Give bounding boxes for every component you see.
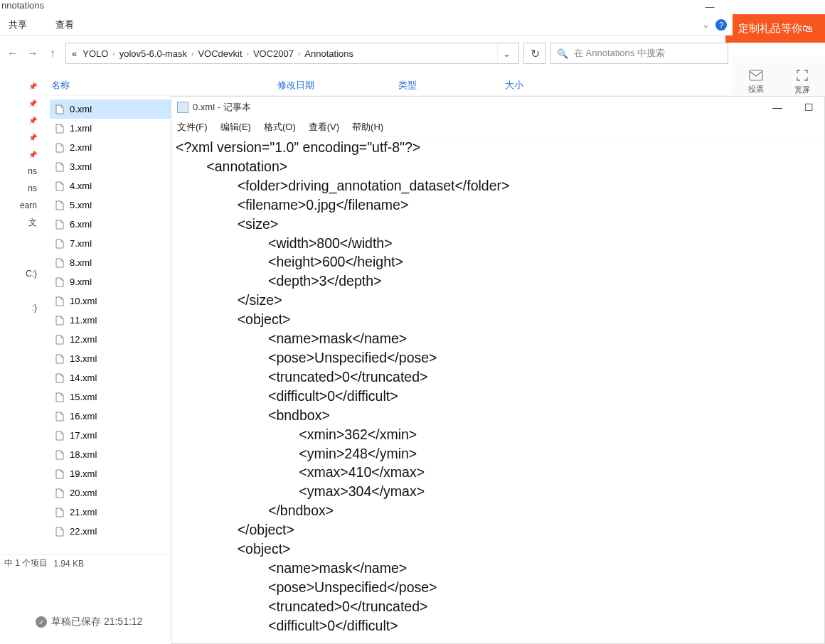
file-icon (54, 219, 65, 230)
help-icon[interactable]: ? (715, 19, 727, 31)
status-selection: 中 1 个项目 (4, 557, 48, 569)
column-type[interactable]: 类型 (398, 79, 505, 92)
quick-access-item[interactable]: C:) (0, 265, 41, 282)
quick-access-item[interactable]: ns (0, 163, 41, 180)
np-minimize-button[interactable]: — (762, 97, 793, 118)
file-list: 0.xml1.xml2.xml3.xml4.xml5.xml6.xml7.xml… (50, 100, 171, 541)
file-item[interactable]: 20.xml (50, 483, 171, 503)
file-item[interactable]: 12.xml (50, 330, 171, 349)
np-maximize-button[interactable]: ☐ (793, 97, 824, 118)
svg-rect-0 (750, 70, 762, 80)
file-item[interactable]: 15.xml (50, 387, 171, 407)
np-menu-view[interactable]: 查看(V) (309, 121, 339, 134)
np-menu-edit[interactable]: 编辑(E) (220, 121, 251, 134)
notepad-content[interactable]: <?xml version="1.0" encoding="utf-8"?> <… (171, 136, 824, 643)
file-icon (54, 315, 65, 326)
file-item[interactable]: 0.xml (50, 100, 171, 119)
pin-icon: 📌 (28, 134, 37, 141)
file-icon (54, 353, 65, 365)
file-item[interactable]: 14.xml (50, 368, 171, 387)
quick-access-item[interactable]: 📌 (0, 129, 41, 146)
search-icon: 🔍 (557, 48, 568, 59)
quick-access-item[interactable] (0, 231, 41, 248)
breadcrumb[interactable]: « YOLO› yolov5-6.0-mask› VOCdevkit› VOC2… (65, 43, 519, 64)
quick-access-sidebar: 📌📌📌📌📌nsnsearn文C:):) (0, 75, 41, 316)
chevron-down-icon[interactable]: ⌄ (702, 19, 710, 30)
draft-status: ✓ 草稿已保存 21:51:12 (36, 616, 142, 628)
notepad-icon (177, 102, 188, 113)
column-modified[interactable]: 修改日期 (277, 79, 398, 92)
file-item[interactable]: 18.xml (50, 445, 171, 464)
file-item[interactable]: 6.xml (50, 215, 171, 234)
breadcrumb-item[interactable]: yolov5-6.0-mask (117, 48, 190, 59)
search-input[interactable]: 🔍 在 Annotations 中搜索 (550, 43, 728, 64)
file-item[interactable]: 19.xml (50, 464, 171, 483)
np-menu-format[interactable]: 格式(O) (264, 121, 296, 134)
pin-icon: 📌 (28, 151, 37, 159)
file-icon (54, 238, 65, 249)
column-name[interactable]: 名称 (43, 79, 277, 92)
quick-access-item[interactable]: 📌 (0, 112, 41, 129)
quick-access-item[interactable]: 文 (0, 214, 41, 231)
ribbon-share[interactable]: 共享 (9, 18, 27, 31)
file-item[interactable]: 17.xml (50, 426, 171, 445)
refresh-button[interactable]: ↻ (523, 43, 546, 64)
status-size: 1.94 KB (53, 559, 84, 569)
file-icon (54, 161, 65, 173)
breadcrumb-item[interactable]: Annotations (302, 48, 356, 59)
file-icon (54, 200, 65, 211)
quick-access-item[interactable]: earn (0, 197, 41, 214)
quick-access-item[interactable] (0, 282, 41, 299)
np-menu-help[interactable]: 帮助(H) (352, 121, 383, 134)
breadcrumb-dropdown[interactable]: ⌄ (497, 43, 516, 63)
file-icon (54, 277, 65, 288)
file-icon (54, 123, 65, 134)
file-item[interactable]: 9.xml (50, 272, 171, 291)
notepad-title-bar[interactable]: 0.xml - 记事本 — ☐ (171, 97, 824, 118)
file-icon (54, 181, 65, 192)
np-menu-file[interactable]: 文件(F) (177, 121, 208, 134)
forward-button[interactable]: → (24, 45, 41, 62)
breadcrumb-item[interactable]: VOCdevkit (195, 48, 245, 59)
file-item[interactable]: 22.xml (50, 522, 171, 541)
file-icon (54, 468, 65, 480)
ribbon-view[interactable]: 查看 (55, 18, 74, 31)
file-icon (54, 507, 65, 518)
file-item[interactable]: 4.xml (50, 176, 171, 195)
file-item[interactable]: 16.xml (50, 407, 171, 426)
file-icon (54, 449, 65, 461)
file-item[interactable]: 1.xml (50, 119, 171, 138)
file-item[interactable]: 3.xml (50, 157, 171, 176)
file-icon (54, 334, 65, 345)
file-icon (54, 526, 65, 537)
file-item[interactable]: 11.xml (50, 311, 171, 330)
pin-icon: 📌 (28, 117, 37, 124)
quick-access-item[interactable]: ns (0, 180, 41, 197)
file-item[interactable]: 2.xml (50, 138, 171, 157)
quick-access-item[interactable]: 📌 (0, 95, 41, 112)
expand-icon (796, 69, 809, 82)
file-item[interactable]: 8.xml (50, 253, 171, 272)
file-item[interactable]: 10.xml (50, 291, 171, 311)
file-item[interactable]: 13.xml (50, 349, 171, 368)
minimize-button[interactable]: — (694, 0, 725, 14)
pin-icon: 📌 (28, 82, 37, 90)
file-icon (54, 488, 65, 499)
file-icon (54, 104, 65, 115)
breadcrumb-item[interactable]: VOC2007 (250, 48, 297, 59)
file-item[interactable]: 7.xml (50, 234, 171, 253)
column-size[interactable]: 大小 (505, 79, 576, 92)
quick-access-item[interactable]: 📌 (0, 77, 41, 95)
ad-banner[interactable]: 定制礼品等你🛍 (725, 14, 825, 43)
up-button[interactable]: ↑ (44, 45, 61, 62)
breadcrumb-item[interactable]: YOLO (80, 48, 111, 59)
quick-access-item[interactable]: 📌 (0, 146, 41, 163)
file-item[interactable]: 5.xml (50, 195, 171, 215)
quick-access-item[interactable]: :) (0, 299, 41, 316)
notepad-window: 0.xml - 记事本 — ☐ 文件(F) 编辑(E) 格式(O) 查看(V) … (171, 96, 825, 644)
back-button[interactable]: ← (4, 45, 21, 62)
file-icon (54, 296, 65, 307)
file-item[interactable]: 21.xml (50, 503, 171, 522)
quick-access-item[interactable] (0, 248, 41, 265)
file-icon (54, 430, 65, 441)
